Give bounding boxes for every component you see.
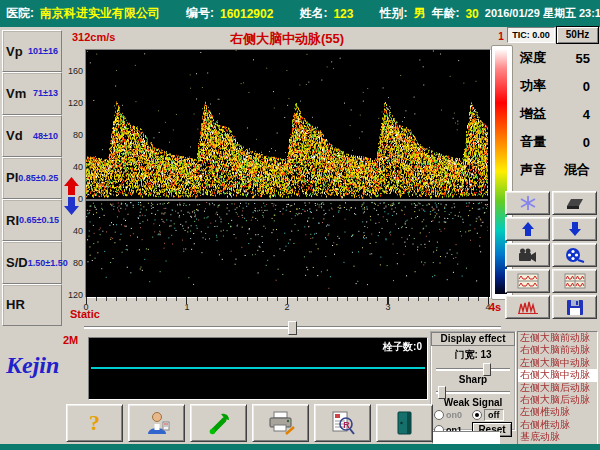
baseline-indicator[interactable] xyxy=(63,177,80,215)
param-sd: S/D 1.50±1.50 xyxy=(2,241,62,283)
save-button[interactable] xyxy=(552,295,597,319)
video-capture-button[interactable] xyxy=(505,243,550,267)
parameter-sidebar: Vp 101±16 Vm 71±13 Vd 48±10 PI 0.85±0.25… xyxy=(2,30,62,326)
y-tick-160: 160 xyxy=(62,66,83,76)
function-button-grid xyxy=(505,191,598,319)
floppy-disk-icon xyxy=(566,299,584,316)
depth-label: 深度 xyxy=(520,49,546,67)
display-effect-title: Display effect xyxy=(431,332,515,346)
setting-gain[interactable]: 增益 4 xyxy=(512,100,598,128)
sound-value: 混合 xyxy=(564,161,590,179)
y-tick-neg80: 80 xyxy=(62,258,83,268)
y-tick-40: 40 xyxy=(62,162,83,172)
param-hr-label: HR xyxy=(6,297,25,312)
dual-display-button[interactable] xyxy=(505,269,550,293)
artery-list-item-lvA[interactable]: 左侧椎动脉 xyxy=(518,406,597,418)
artery-list-item-racA[interactable]: 右侧大脑前动脉 xyxy=(518,344,597,356)
emboli-monitor-display: 栓子数:0 xyxy=(88,337,428,400)
gate-width-value: 13 xyxy=(481,349,492,360)
x-tick-3: 3 xyxy=(382,302,394,312)
gain-value: 4 xyxy=(583,107,590,122)
y-tick-120: 120 xyxy=(62,98,83,108)
param-vm: Vm 71±13 xyxy=(2,72,62,114)
emboli-trend-canvas xyxy=(89,338,427,399)
slider-thumb[interactable] xyxy=(438,386,446,399)
baseline-down-arrow-icon xyxy=(64,197,79,215)
radio-off[interactable]: off xyxy=(472,409,512,421)
param-sd-label: S/D xyxy=(6,255,28,270)
paper-tray-icon xyxy=(564,195,586,211)
print-output-button[interactable] xyxy=(552,191,597,215)
snowflake-icon xyxy=(518,195,538,211)
slider-track xyxy=(436,368,510,371)
doppler-spectrum-display[interactable] xyxy=(85,49,491,298)
gate-width-slider[interactable] xyxy=(436,363,510,374)
setting-power[interactable]: 功率 0 xyxy=(512,72,598,100)
power-value: 0 xyxy=(583,79,590,94)
artery-list-item-baA[interactable]: 基底动脉 xyxy=(518,431,597,443)
setting-sound[interactable]: 声音 混合 xyxy=(512,156,598,184)
depth-value: 55 xyxy=(576,51,590,66)
radio-off-label: off xyxy=(484,409,504,421)
status-field xyxy=(432,431,500,444)
quad-display-button[interactable] xyxy=(552,269,597,293)
hospital-value: 南京科进实业有限公司 xyxy=(40,5,160,22)
artery-list-item-rmcA[interactable]: 右侧大脑中动脉 xyxy=(518,369,597,381)
help-button[interactable]: ? xyxy=(66,404,123,442)
arrow-down-icon xyxy=(565,221,585,237)
param-ri: RI 0.65±0.15 xyxy=(2,199,62,241)
exit-door-icon xyxy=(394,410,416,436)
artery-list-item-rvA[interactable]: 右侧椎动脉 xyxy=(518,419,597,431)
artery-list-item-lpcA[interactable]: 左侧大脑后动脉 xyxy=(518,382,597,394)
artery-list-item-lacA[interactable]: 左侧大脑前动脉 xyxy=(518,332,597,344)
param-ri-label: RI xyxy=(6,213,19,228)
param-vd: Vd 48±10 xyxy=(2,115,62,157)
spectrum-waveform-icon xyxy=(517,299,539,315)
display-effect-panel: Display effect 门宽: 13 Sharp Weak Signal … xyxy=(430,331,516,431)
spectrum-view-button[interactable] xyxy=(505,295,550,319)
doppler-spectrum-canvas xyxy=(86,50,488,295)
sound-label: 声音 xyxy=(520,161,546,179)
radio-circle-icon xyxy=(434,410,444,420)
camera-icon xyxy=(517,247,538,263)
slider-thumb[interactable] xyxy=(483,363,491,376)
filter-frequency-button[interactable]: 50Hz xyxy=(556,26,599,44)
age-value: 30 xyxy=(465,7,478,21)
volume-label: 音量 xyxy=(520,133,546,151)
emboli-count: 栓子数:0 xyxy=(383,340,422,354)
acquisition-settings: 深度 55 功率 0 增益 4 音量 0 声音 混合 xyxy=(512,44,598,184)
param-vd-value: 48±10 xyxy=(33,131,58,141)
settings-button[interactable] xyxy=(190,404,247,442)
arrow-up-icon xyxy=(518,221,538,237)
sharp-label: Sharp xyxy=(432,374,514,385)
sweep-time-label: 4s xyxy=(489,301,501,313)
y-tick-80: 80 xyxy=(62,130,83,140)
patient-info-button[interactable] xyxy=(128,404,185,442)
svg-text:R: R xyxy=(343,420,350,430)
baseline-up-arrow-icon xyxy=(64,177,79,195)
freeze-button[interactable] xyxy=(505,191,550,215)
print-setup-button[interactable] xyxy=(252,404,309,442)
param-ri-value: 0.65±0.15 xyxy=(19,215,59,225)
exit-button[interactable] xyxy=(376,404,433,442)
gate-width-label: 门宽: xyxy=(454,349,477,360)
slider-thumb[interactable] xyxy=(288,321,297,335)
param-vp-label: Vp xyxy=(6,44,23,59)
record-button[interactable] xyxy=(552,243,597,267)
dual-spectrum-layout-icon xyxy=(517,273,539,289)
y-tick-neg120: 120 xyxy=(62,290,83,300)
baseline-down-button[interactable] xyxy=(552,217,597,241)
report-button[interactable]: R xyxy=(314,404,371,442)
sharp-slider[interactable] xyxy=(436,386,510,397)
setting-depth[interactable]: 深度 55 xyxy=(512,44,598,72)
wrench-icon xyxy=(205,410,233,436)
baseline-up-button[interactable] xyxy=(505,217,550,241)
printer-icon xyxy=(266,410,296,436)
radio-on0[interactable]: on0 xyxy=(434,410,472,420)
bottom-frame-strip xyxy=(0,444,600,450)
artery-list-item-lmcA[interactable]: 左侧大脑中动脉 xyxy=(518,357,597,369)
patient-id-value: 16012902 xyxy=(220,7,273,21)
setting-volume[interactable]: 音量 0 xyxy=(512,128,598,156)
artery-list-item-rpcA[interactable]: 右侧大脑后动脉 xyxy=(518,394,597,406)
param-pi: PI 0.85±0.25 xyxy=(2,157,62,199)
